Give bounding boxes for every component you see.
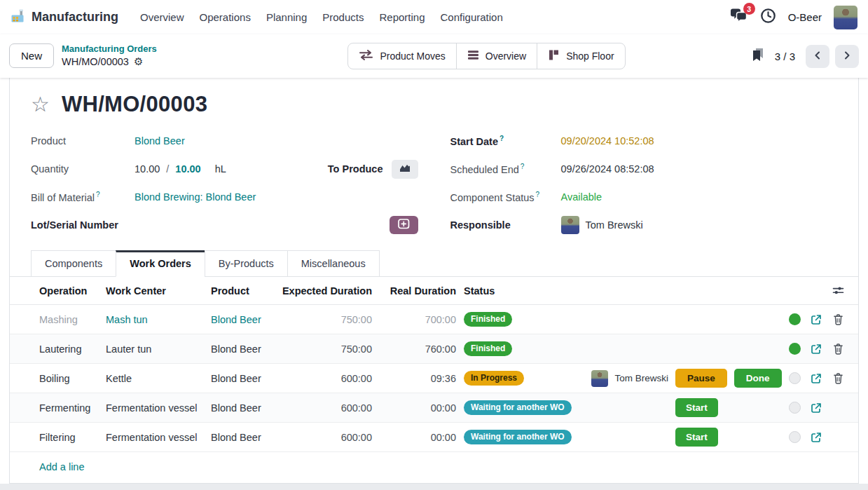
delete-row-button[interactable] (827, 313, 848, 325)
gear-icon[interactable]: ⚙ (134, 57, 143, 67)
work-orders-table-header: Operation Work Center Product Expected D… (10, 277, 858, 305)
overview-button[interactable]: Overview (456, 43, 537, 69)
forecast-button[interactable] (392, 160, 418, 179)
field-bom: Bill of Material? Blond Brewing: Blond B… (31, 183, 418, 211)
cell-product-link[interactable]: Blond Beer (211, 314, 280, 325)
cell-expected-duration: 600:00 (280, 432, 372, 443)
optional-columns-button[interactable] (827, 285, 848, 296)
open-record-button[interactable] (805, 314, 827, 325)
scheduled-end-value[interactable]: 09/26/2024 08:52:08 (561, 163, 654, 175)
status-badge: Waiting for another WO (464, 400, 572, 416)
col-real-duration[interactable]: Real Duration (372, 285, 456, 297)
col-status[interactable]: Status (456, 285, 589, 297)
cell-product[interactable]: Blond Beer (211, 402, 280, 414)
start-button[interactable]: Start (675, 428, 718, 447)
cell-work-center[interactable]: Fermentation vessel (106, 432, 211, 443)
responsible-value-link[interactable]: Tom Brewski (586, 219, 643, 231)
app-name: Manufacturing (32, 10, 118, 25)
nav-item-configuration[interactable]: Configuration (433, 6, 511, 29)
start-date-label: Start Date? (450, 135, 561, 147)
start-button[interactable]: Start (675, 398, 718, 417)
col-expected-duration[interactable]: Expected Duration (280, 285, 372, 297)
app-menu-button[interactable]: Manufacturing (11, 8, 118, 27)
add-a-line-link[interactable]: Add a line (10, 452, 858, 482)
messages-button[interactable]: 3 (729, 8, 748, 26)
activities-clock-icon (760, 14, 776, 26)
nav-item-planning[interactable]: Planning (259, 6, 315, 29)
company-name[interactable]: O-Beer (788, 11, 822, 23)
field-quantity: Quantity 10.00 / 10.00 hL To Produce (31, 155, 418, 183)
favorite-star-icon[interactable]: ☆ (31, 94, 50, 115)
work-order-row-fermenting[interactable]: Fermenting Fermentation vessel Blond Bee… (10, 393, 858, 423)
quantity-uom: hL (215, 163, 226, 175)
cell-product[interactable]: Blond Beer (211, 343, 280, 355)
open-record-button[interactable] (805, 432, 827, 443)
quantity-to-produce-input[interactable]: 10.00 (175, 163, 200, 175)
col-work-center[interactable]: Work Center (106, 285, 211, 297)
cell-work-center[interactable]: Lauter tun (106, 343, 211, 355)
cell-product[interactable]: Blond Beer (211, 373, 280, 384)
page-title: WH/MO/00003 (62, 92, 207, 117)
open-record-button[interactable] (805, 373, 827, 384)
open-record-button[interactable] (805, 402, 827, 414)
cell-work-center[interactable]: Fermentation vessel (106, 402, 211, 414)
nav-item-overview[interactable]: Overview (132, 6, 192, 29)
working-state-dot (789, 313, 801, 325)
work-order-row-boiling[interactable]: Boiling Kettle Blond Beer 600:00 09:36 I… (10, 364, 858, 393)
product-label: Product (31, 135, 135, 147)
shop-floor-button[interactable]: Shop Floor (537, 43, 625, 69)
to-produce-label: To Produce (328, 163, 383, 175)
breadcrumb-parent-link[interactable]: Manufacturing Orders (62, 43, 157, 55)
pause-button[interactable]: Pause (675, 369, 727, 388)
form-sheet: ☆ WH/MO/00003 Product Blond Beer Quantit… (9, 78, 859, 484)
col-operation[interactable]: Operation (39, 285, 106, 297)
delete-row-button[interactable] (827, 372, 848, 384)
shop-floor-label: Shop Floor (566, 50, 614, 62)
cell-expected-duration: 600:00 (280, 373, 372, 384)
bom-value-link[interactable]: Blond Brewing: Blond Beer (135, 191, 256, 203)
add-lot-button[interactable] (390, 216, 418, 234)
cell-product[interactable]: Blond Beer (211, 432, 280, 443)
work-order-row-mashing[interactable]: Mashing Mash tun Blond Beer 750:00 700:0… (10, 305, 858, 334)
component-status-help-marker: ? (536, 191, 540, 198)
cell-work-center-link[interactable]: Mash tun (106, 314, 211, 325)
product-value-link[interactable]: Blond Beer (135, 135, 185, 147)
tab-work-orders[interactable]: Work Orders (116, 250, 205, 277)
scheduled-end-label: Scheduled End? (450, 163, 561, 175)
activities-button[interactable] (760, 8, 776, 27)
start-date-value[interactable]: 09/20/2024 10:52:08 (561, 135, 654, 147)
new-button[interactable]: New (9, 43, 54, 68)
done-button[interactable]: Done (734, 369, 782, 388)
pager-next-button[interactable] (835, 45, 859, 68)
nav-item-reporting[interactable]: Reporting (371, 6, 432, 29)
bottom-scrollbar-track[interactable] (0, 484, 868, 490)
cell-real-duration: 700:00 (372, 314, 456, 325)
product-moves-icon (359, 50, 373, 62)
delete-row-button[interactable] (827, 343, 848, 355)
work-order-row-lautering[interactable]: Lautering Lauter tun Blond Beer 750:00 7… (10, 334, 858, 364)
tab-components[interactable]: Components (31, 250, 116, 277)
tab-miscellaneous[interactable]: Miscellaneous (287, 250, 380, 277)
col-product[interactable]: Product (211, 285, 280, 297)
cell-work-center[interactable]: Kettle (106, 373, 211, 384)
product-moves-button[interactable]: Product Moves (347, 43, 456, 69)
app-logo-icon (11, 8, 26, 27)
assignee-name: Tom Brewski (614, 373, 668, 383)
nav-item-operations[interactable]: Operations (192, 6, 259, 29)
pager-previous-button[interactable] (806, 45, 829, 68)
nav-item-products[interactable]: Products (315, 6, 371, 29)
work-order-row-filtering[interactable]: Filtering Fermentation vessel Blond Beer… (10, 423, 858, 452)
add-lot-plus-icon (398, 219, 410, 231)
user-avatar[interactable] (834, 6, 857, 29)
control-panel: New Manufacturing Orders WH/MO/00003 ⚙ P… (0, 34, 868, 78)
field-scheduled-end: Scheduled End? 09/26/2024 08:52:08 (450, 155, 838, 183)
bookmark-icon[interactable] (752, 48, 764, 65)
cell-operation: Mashing (39, 314, 106, 325)
cell-real-duration: 00:00 (372, 432, 456, 443)
tab-by-products[interactable]: By-Products (205, 250, 288, 277)
quantity-separator: / (166, 163, 169, 175)
quantity-produced: 10.00 (135, 163, 160, 175)
cell-real-duration: 760:00 (372, 343, 456, 355)
status-badge: Finished (464, 341, 512, 357)
open-record-button[interactable] (805, 343, 827, 355)
